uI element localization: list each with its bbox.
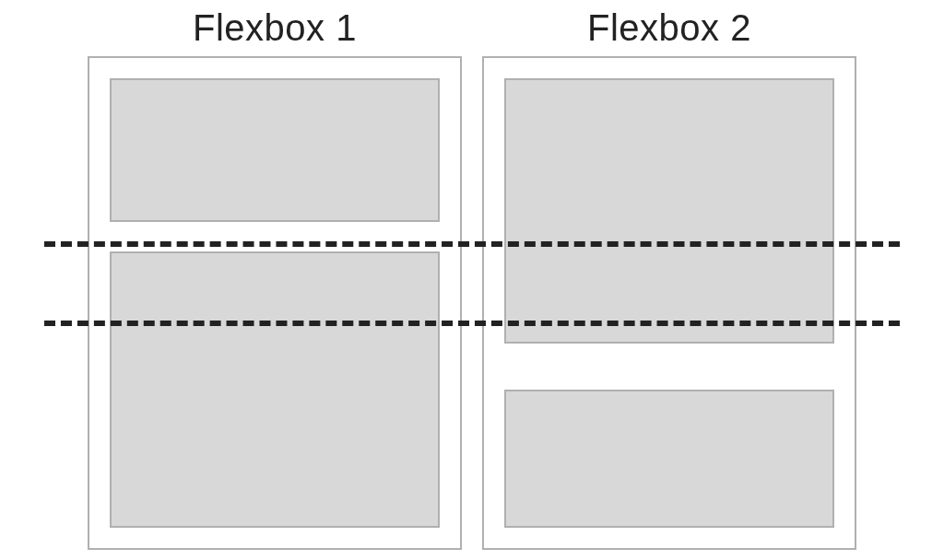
flexbox-column-2: Flexbox 2	[482, 7, 856, 542]
flexbox-1-item-bottom	[110, 251, 440, 528]
flexbox-1-title: Flexbox 1	[88, 7, 462, 49]
flexbox-column-1: Flexbox 1	[88, 7, 462, 542]
flexbox-2-item-bottom	[504, 390, 834, 528]
flexbox-diagram: Flexbox 1 Flexbox 2	[0, 0, 944, 560]
flexbox-2-outer	[482, 56, 856, 550]
flexbox-2-item-top	[504, 78, 834, 344]
guide-line-lower	[44, 321, 900, 326]
flexbox-2-title: Flexbox 2	[482, 7, 856, 49]
flexbox-1-item-top	[110, 78, 440, 222]
flexbox-1-outer	[88, 56, 462, 550]
guide-line-upper	[44, 241, 900, 247]
